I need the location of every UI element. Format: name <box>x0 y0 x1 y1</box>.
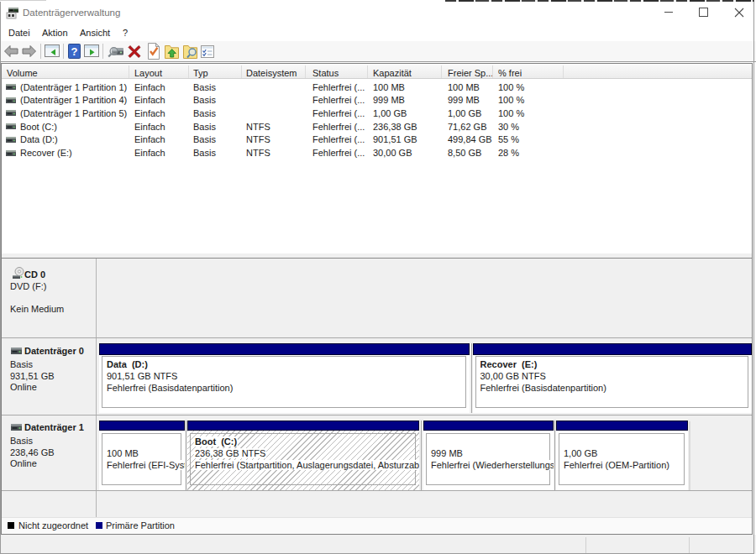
svg-text:?: ? <box>71 45 78 58</box>
